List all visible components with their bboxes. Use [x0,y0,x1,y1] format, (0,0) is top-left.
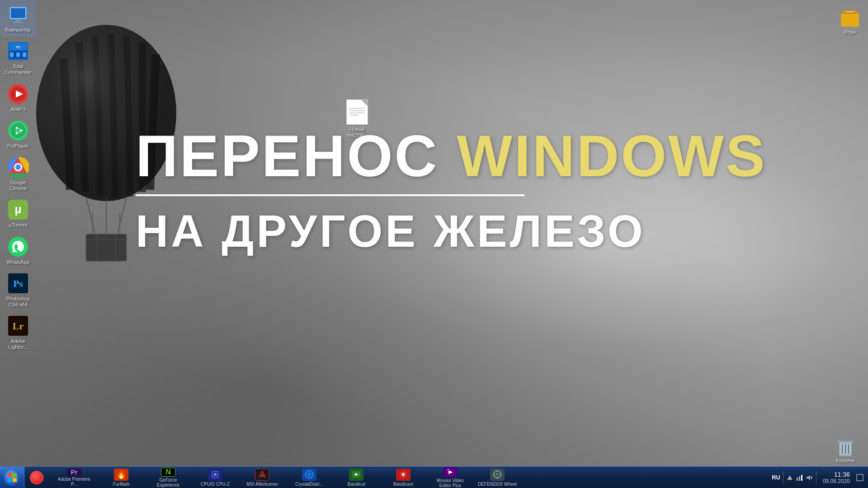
desktop-icon-google-chrome[interactable]: Google Chrome [0,153,36,195]
movavi-icon [443,467,458,477]
tray-date: 09.08.2020 [823,478,850,484]
computer-icon-label: Компьютер [5,27,31,33]
title-windows: WINDOWS [457,123,767,189]
svg-text:Lr: Lr [13,320,24,332]
svg-rect-76 [799,476,800,481]
taskbar-app-cpuid[interactable]: CPUID CPU-Z [193,468,238,488]
record-dot-icon [30,471,43,484]
taskbar-app-defender[interactable]: DEFENDER Wheel [475,468,520,488]
svg-rect-48 [8,473,12,477]
msi-app-label: MSI Afterburner [246,482,278,487]
total-commander-label: Total Commander [2,64,34,75]
furmark-app-label: FurMark [113,482,129,487]
taskbar-app-adobe-premiere[interactable]: Pr Adobe Premiere P... [52,468,97,488]
defender-wheel-icon [490,469,505,481]
taskbar-pinned-apps: Pr Adobe Premiere P... 🔥 FurMark N GeFor… [49,467,767,488]
tray-language: RU [772,474,780,481]
start-orb [4,469,20,486]
svg-rect-50 [8,478,12,482]
aimp-label: AIMP3 [10,107,25,113]
taskbar-app-msi[interactable]: MSI Afterburner [240,468,285,488]
taskbar-tray: RU 11:36 09.08.2020 [767,467,868,488]
svg-marker-78 [807,475,810,480]
svg-text:TC: TC [16,45,21,49]
title-text-1: ПЕРЕНОС [136,123,457,189]
bandicam-app-label: Bandicam [393,482,413,487]
desktop-icons-left: Компьютер TC Total Commander AIMP3 [0,0,36,354]
taskbar-app-bandicam[interactable]: Bandicam [381,468,426,488]
svg-line-2 [86,197,95,233]
svg-point-58 [308,474,310,475]
svg-point-32 [15,164,21,170]
tray-up-arrow-icon[interactable] [786,474,793,481]
svg-text:µ: µ [15,202,22,216]
svg-rect-12 [11,8,25,18]
utorrent-label: µTorrent [9,222,28,228]
svg-rect-77 [801,475,802,481]
svg-point-28 [16,128,20,133]
tray-show-desktop-icon[interactable] [856,474,863,481]
windows-logo-icon [7,472,18,483]
photoshop-label: Photoshop CS6 x64 [2,296,34,308]
main-subtitle: НА ДРУГОЕ ЖЕЛЕЗО [136,205,823,257]
tray-clock[interactable]: 11:36 09.08.2020 [819,471,854,484]
taskbar-app-geforce[interactable]: N GeForce Experience [146,468,191,488]
crystaldisk-icon [302,469,316,481]
taskbar-app-bandicut[interactable]: Bandicut [334,468,379,488]
desktop-icon-aimp[interactable]: AIMP3 [0,80,36,116]
file-icon [346,99,368,125]
desktop-icon-whatsapp[interactable]: WhatsApp [0,232,36,269]
svg-rect-41 [843,10,857,14]
svg-point-69 [496,474,498,475]
taskbar-app-movavi[interactable]: Movavi Video Editor Plus [428,468,473,488]
svg-rect-13 [15,19,21,22]
tray-separator-1 [783,471,783,484]
svg-rect-44 [842,439,849,441]
taskbar-app-crystaldisk[interactable]: CrystalDiskI... [287,468,332,488]
desktop-icon-potplayer[interactable]: PotPlayer [0,116,36,153]
svg-rect-21 [23,52,26,57]
desktop-icon-utorrent[interactable]: µ µTorrent [0,195,36,232]
start-button[interactable] [0,467,24,488]
divider-line [136,194,524,196]
desktop-icon-photoshop[interactable]: Ps Photoshop CS6 x64 [0,269,36,311]
svg-marker-74 [787,475,793,480]
svg-rect-79 [857,474,863,481]
desktop-icon-computer[interactable]: Компьютер [0,0,36,37]
tray-time: 11:36 [823,471,850,478]
movavi-app-label: Movavi Video Editor Plus [430,478,470,488]
lightroom-label: Adobe Lightro... [2,338,34,350]
furmark-icon: 🔥 [114,469,128,481]
desktop-icon-games[interactable]: Игры [832,2,868,39]
main-overlay-text: ПЕРЕНОС WINDOWS НА ДРУГОЕ ЖЕЛЕЗО [136,127,823,257]
defender-app-label: DEFENDER Wheel [478,482,517,487]
geforce-icon: N [161,468,175,477]
svg-rect-20 [16,52,20,57]
recycle-bin[interactable]: Корзина [827,436,863,464]
desktop-icon-lightroom[interactable]: Lr Adobe Lightro... [0,311,36,354]
svg-text:Ps: Ps [13,278,23,289]
svg-point-63 [402,474,405,476]
desktop-icons-right: Игры [832,0,868,39]
svg-rect-75 [797,478,798,481]
taskbar: Pr Adobe Premiere P... 🔥 FurMark N GeFor… [0,466,868,488]
bandicut-app-label: Bandicut [348,482,365,487]
desktop-icon-total-commander[interactable]: TC Total Commander [0,37,36,79]
crystaldisk-app-label: CrystalDiskI... [295,482,323,487]
svg-rect-54 [214,473,217,476]
tray-network-icon[interactable] [796,474,803,481]
adobe-premiere-icon: Pr [67,469,81,476]
cpuid-app-label: CPUID CPU-Z [201,482,230,487]
svg-rect-14 [14,22,23,23]
svg-rect-49 [13,473,17,477]
bandicam-icon [396,469,410,481]
svg-rect-7 [86,234,127,261]
svg-rect-19 [10,52,14,57]
msi-icon [255,469,269,481]
taskbar-app-furmark[interactable]: 🔥 FurMark [99,468,144,488]
cpuid-icon [208,469,222,481]
tray-volume-icon[interactable] [806,474,813,481]
recording-button[interactable] [24,467,49,488]
recycle-bin-label: Корзина [836,458,855,464]
svg-rect-66 [447,469,449,470]
